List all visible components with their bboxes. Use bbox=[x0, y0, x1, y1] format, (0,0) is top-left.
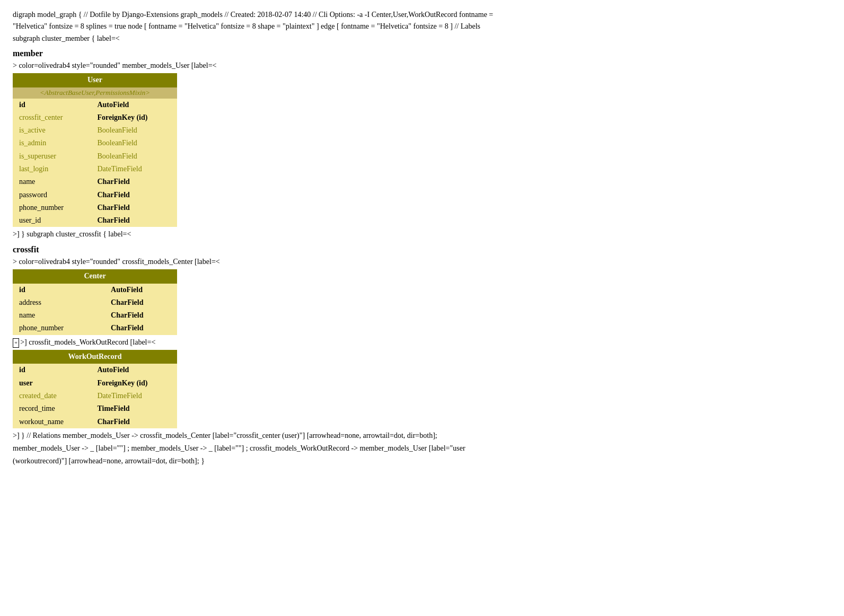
field-type: AutoField bbox=[91, 99, 177, 111]
field-name: record_time bbox=[13, 402, 91, 415]
expand-icon[interactable]: + bbox=[13, 338, 19, 348]
field-name: id bbox=[13, 364, 91, 376]
field-type: CharField bbox=[91, 214, 177, 227]
field-type: CharField bbox=[104, 309, 177, 322]
member-subgraph-line: > color=olivedrab4 style="rounded" membe… bbox=[13, 60, 831, 71]
field-name: user bbox=[13, 377, 91, 390]
user-table: User <AbstractBaseUser,PermissionsMixin>… bbox=[13, 73, 177, 227]
field-name: user_id bbox=[13, 214, 91, 227]
field-type: CharField bbox=[104, 322, 177, 335]
workout-record-line: +>] crossfit_models_WorkOutRecord [label… bbox=[13, 337, 831, 348]
field-type: CharField bbox=[91, 201, 177, 214]
footer-line1: >] } // Relations member_models_User -> … bbox=[13, 430, 831, 441]
field-type: ForeignKey (id) bbox=[91, 377, 177, 390]
field-name: id bbox=[13, 99, 91, 111]
field-type: BooleanField bbox=[91, 150, 177, 163]
field-type: CharField bbox=[91, 189, 177, 201]
field-type: AutoField bbox=[104, 284, 177, 296]
field-name: crossfit_center bbox=[13, 111, 91, 124]
field-type: ForeignKey (id) bbox=[91, 111, 177, 124]
field-name: phone_number bbox=[13, 201, 91, 214]
user-table-subtitle: <AbstractBaseUser,PermissionsMixin> bbox=[13, 87, 177, 99]
header-line1: digraph model_graph { // Dotfile by Djan… bbox=[13, 10, 831, 20]
workout-table-title: WorkOutRecord bbox=[13, 350, 177, 364]
user-table-title: User bbox=[13, 73, 177, 87]
field-type: TimeField bbox=[91, 402, 177, 415]
crossfit-section-header: crossfit bbox=[13, 243, 831, 256]
footer-line2: member_models_User -> _ [label=""] ; mem… bbox=[13, 443, 831, 454]
field-type: CharField bbox=[91, 416, 177, 428]
field-name: workout_name bbox=[13, 416, 91, 428]
field-type: DateTimeField bbox=[91, 390, 177, 402]
footer-line3: (workoutrecord)"] [arrowhead=none, arrow… bbox=[13, 456, 831, 467]
crossfit-subgraph-line: > color=olivedrab4 style="rounded" cross… bbox=[13, 257, 831, 267]
field-name: phone_number bbox=[13, 322, 104, 335]
field-name: name bbox=[13, 175, 91, 188]
center-table-title: Center bbox=[13, 269, 177, 283]
field-type: BooleanField bbox=[91, 137, 177, 149]
header-line2: "Helvetica" fontsize = 8 splines = true … bbox=[13, 21, 831, 32]
field-name: address bbox=[13, 296, 104, 309]
member-section-header: member bbox=[13, 47, 831, 59]
field-name: last_login bbox=[13, 163, 91, 175]
field-type: DateTimeField bbox=[91, 163, 177, 175]
member-closing-line: >] } subgraph cluster_crossfit { label=< bbox=[13, 229, 831, 240]
field-name: created_date bbox=[13, 390, 91, 402]
field-type: AutoField bbox=[91, 364, 177, 376]
center-table: Center idAutoFieldaddressCharFieldnameCh… bbox=[13, 269, 177, 335]
field-type: CharField bbox=[91, 175, 177, 188]
field-type: BooleanField bbox=[91, 124, 177, 137]
field-name: password bbox=[13, 189, 91, 201]
field-name: is_admin bbox=[13, 137, 91, 149]
field-name: id bbox=[13, 284, 104, 296]
header-line3: subgraph cluster_member { label=< bbox=[13, 33, 831, 44]
field-name: is_active bbox=[13, 124, 91, 137]
field-type: CharField bbox=[104, 296, 177, 309]
field-name: name bbox=[13, 309, 104, 322]
workout-table: WorkOutRecord idAutoFielduserForeignKey … bbox=[13, 350, 177, 428]
field-name: is_superuser bbox=[13, 150, 91, 163]
